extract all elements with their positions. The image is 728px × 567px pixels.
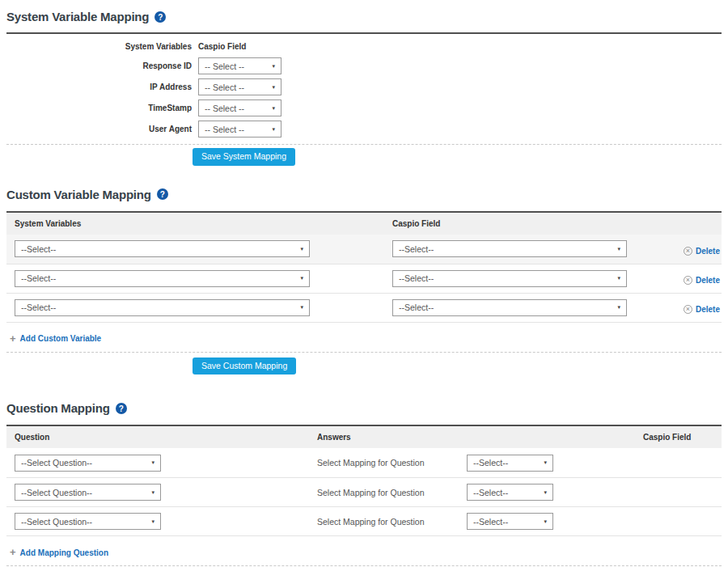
answer-mapping-select[interactable]: --Select-- ▾ (467, 455, 553, 472)
chevron-down-icon: ▾ (300, 275, 303, 281)
select-value: --Select-- (21, 244, 56, 254)
caspio-field-column-header: Caspio Field (384, 219, 679, 228)
delete-custom-variable-link[interactable]: × Delete (684, 305, 720, 314)
delete-circle-icon: × (684, 305, 692, 314)
system-form-row: TimeStamp -- Select -- ▾ (6, 99, 722, 116)
plus-icon: + (10, 335, 16, 343)
select-value: --Select-- (473, 488, 508, 497)
system-mapping-form: System Variables Caspio Field Response I… (6, 34, 722, 138)
question-select[interactable]: --Select Question-- ▾ (15, 455, 161, 472)
system-form-row: Response ID -- Select -- ▾ (6, 57, 722, 74)
select-value: --Select Question-- (21, 517, 92, 527)
timestamp-select[interactable]: -- Select -- ▾ (198, 99, 281, 116)
delete-circle-icon: × (684, 276, 692, 285)
ip-address-label: IP Address (6, 83, 192, 91)
chevron-down-icon: ▾ (151, 489, 154, 496)
help-icon[interactable]: ? (157, 188, 168, 200)
select-value: -- Select -- (205, 61, 244, 71)
system-save-row: Save System Mapping (193, 148, 722, 166)
caspio-field-column-header: Caspio Field (635, 433, 722, 442)
response-id-select[interactable]: -- Select -- ▾ (198, 57, 281, 74)
question-section-title-text: Question Mapping (6, 401, 110, 415)
custom-table-row: --Select-- ▾ --Select-- ▾ × Delete (6, 293, 722, 322)
dashed-divider (6, 352, 722, 353)
custom-section-title: Custom Variable Mapping ? (6, 166, 722, 211)
question-table-row: --Select Question-- ▾ Select Mapping for… (6, 448, 722, 477)
select-value: -- Select -- (205, 83, 244, 92)
delete-label: Delete (696, 305, 720, 314)
question-select[interactable]: --Select Question-- ▾ (15, 484, 161, 501)
chevron-down-icon: ▾ (544, 459, 547, 466)
ip-address-select[interactable]: -- Select -- ▾ (198, 78, 281, 95)
caspio-field-column-header: Caspio Field (198, 42, 722, 51)
custom-variable-mapping-section: Custom Variable Mapping ? System Variabl… (6, 166, 722, 375)
select-value: --Select-- (399, 273, 434, 283)
chevron-down-icon: ▾ (300, 246, 303, 252)
response-id-label: Response ID (6, 61, 192, 70)
help-icon[interactable]: ? (154, 11, 166, 23)
question-select[interactable]: --Select Question-- ▾ (15, 513, 161, 530)
answer-mapping-select[interactable]: --Select-- ▾ (467, 484, 553, 501)
custom-caspio-field-select[interactable]: --Select-- ▾ (392, 270, 627, 287)
add-mapping-question-label: Add Mapping Question (20, 548, 108, 557)
delete-circle-icon: × (684, 247, 692, 256)
help-icon[interactable]: ? (116, 403, 127, 414)
add-custom-variable-link[interactable]: + Add Custom Variable (10, 334, 101, 343)
save-custom-mapping-button[interactable]: Save Custom Mapping (193, 358, 296, 375)
chevron-down-icon: ▾ (272, 63, 275, 70)
plus-icon: + (10, 548, 16, 556)
custom-caspio-field-select[interactable]: --Select-- ▾ (392, 240, 627, 257)
system-variable-mapping-section: System Variable Mapping ? System Variabl… (6, 0, 722, 166)
question-table-row: --Select Question-- ▾ Select Mapping for… (6, 477, 722, 506)
chevron-down-icon: ▾ (300, 304, 303, 311)
chevron-down-icon: ▾ (617, 275, 620, 281)
system-section-title: System Variable Mapping ? (6, 0, 722, 32)
select-value: --Select-- (399, 303, 434, 312)
chevron-down-icon: ▾ (272, 105, 275, 112)
chevron-down-icon: ▾ (272, 126, 275, 133)
delete-custom-variable-link[interactable]: × Delete (684, 276, 720, 285)
system-form-row: User Agent -- Select -- ▾ (6, 121, 722, 138)
question-table-header: Question Answers Caspio Field (6, 426, 722, 448)
select-value: --Select-- (473, 458, 508, 468)
question-mapping-table: Question Answers Caspio Field --Select Q… (6, 425, 722, 536)
delete-custom-variable-link[interactable]: × Delete (684, 247, 720, 256)
chevron-down-icon: ▾ (151, 459, 154, 466)
answer-mapping-select[interactable]: --Select-- ▾ (467, 513, 553, 530)
add-custom-variable-label: Add Custom Variable (20, 334, 102, 343)
custom-table-row: --Select-- ▾ --Select-- ▾ × Delete (6, 264, 722, 293)
select-value: --Select-- (473, 517, 508, 527)
user-agent-select[interactable]: -- Select -- ▾ (198, 121, 281, 138)
user-agent-label: User Agent (6, 125, 192, 133)
question-table-row: --Select Question-- ▾ Select Mapping for… (6, 506, 722, 535)
variable-mapping-page: System Variable Mapping ? System Variabl… (0, 0, 728, 567)
custom-table-header: System Variables Caspio Field (6, 213, 722, 235)
select-mapping-for-question-label: Select Mapping for Question (317, 488, 467, 497)
dashed-divider (6, 144, 722, 145)
save-system-mapping-button[interactable]: Save System Mapping (193, 148, 295, 166)
custom-mapping-table: System Variables Caspio Field --Select--… (6, 211, 722, 323)
delete-label: Delete (696, 276, 720, 285)
chevron-down-icon: ▾ (544, 489, 547, 496)
custom-system-variable-select[interactable]: --Select-- ▾ (15, 299, 310, 316)
custom-section-title-text: Custom Variable Mapping (6, 188, 151, 201)
custom-system-variable-select[interactable]: --Select-- ▾ (15, 240, 310, 257)
answers-column-header: Answers (309, 433, 635, 442)
custom-table-row: --Select-- ▾ --Select-- ▾ × Delete (6, 235, 722, 264)
custom-system-variable-select[interactable]: --Select-- ▾ (15, 270, 310, 287)
chevron-down-icon: ▾ (151, 518, 154, 525)
add-mapping-question-link[interactable]: + Add Mapping Question (10, 548, 108, 557)
question-mapping-section: Question Mapping ? Question Answers Casp… (6, 374, 722, 567)
chevron-down-icon: ▾ (272, 84, 275, 91)
question-section-title: Question Mapping ? (6, 374, 722, 425)
system-form-header: System Variables Caspio Field (6, 42, 722, 51)
select-mapping-for-question-label: Select Mapping for Question (317, 517, 467, 527)
custom-caspio-field-select[interactable]: --Select-- ▾ (392, 299, 627, 316)
select-value: -- Select -- (205, 104, 244, 113)
question-column-header: Question (6, 433, 309, 442)
system-variables-column-header: System Variables (6, 42, 192, 51)
chevron-down-icon: ▾ (544, 518, 547, 525)
custom-save-row: Save Custom Mapping (193, 358, 722, 375)
select-value: --Select Question-- (21, 488, 92, 497)
select-value: --Select-- (399, 244, 434, 254)
